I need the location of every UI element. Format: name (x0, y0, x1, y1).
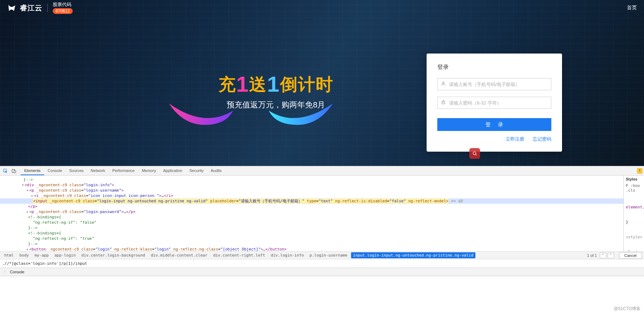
search-bar (0, 259, 644, 268)
console-tab-label[interactable]: Console (7, 269, 27, 275)
lock-icon (441, 100, 446, 106)
stock-info: 股票代码 870612 (53, 2, 73, 14)
dom-tree-line[interactable]: ▾<p _ngcontent-c9 class="login-username"… (0, 188, 623, 193)
devtools-tab-network[interactable]: Network (87, 167, 109, 175)
divider (47, 4, 48, 12)
devtools-tab-audits[interactable]: Audits (207, 167, 225, 175)
devtools-tab-memory[interactable]: Memory (138, 167, 160, 175)
breadcrumb-item[interactable]: my-app (32, 252, 51, 258)
breadcrumb-item[interactable]: div.content-right.left (211, 252, 267, 258)
dom-tree-line[interactable]: <!--bindings={ (0, 231, 623, 236)
xpath-search-input[interactable] (2, 261, 230, 266)
stock-label: 股票代码 (53, 2, 73, 7)
breadcrumb-item[interactable]: div.center.login-background (79, 252, 147, 258)
devtools-tab-elements[interactable]: Elements (21, 167, 44, 175)
breadcrumb-item[interactable]: div.login-info (269, 252, 306, 258)
devtools: ElementsConsoleSourcesNetworkPerformance… (0, 166, 644, 276)
promo-title: 充1送1倒计时 (218, 71, 334, 97)
nav-home-link[interactable]: 首页 (627, 5, 637, 11)
dom-tree-line[interactable]: <input _ngcontent-c9 class="login-input … (0, 198, 623, 204)
dom-tree-line[interactable]: }--> (0, 177, 623, 182)
styles-sidebar[interactable]: Styles F :hov .cls element.s } <style> .… (623, 176, 644, 251)
login-card: 登录 登录 立即注册 忘记密码 (427, 54, 562, 152)
person-icon (441, 81, 446, 87)
stock-code-badge: 870612 (53, 8, 73, 14)
dom-tree-line[interactable]: }--> (0, 241, 623, 247)
search-fab[interactable] (469, 148, 480, 159)
svg-point-0 (443, 82, 444, 84)
password-field (437, 97, 551, 109)
dom-tree-line[interactable]: }--> (0, 225, 623, 231)
dom-tree-line[interactable]: "ng-reflect-ng-if": "false" (0, 220, 623, 225)
logo[interactable]: 睿江云 (7, 3, 42, 13)
svg-rect-1 (442, 102, 445, 104)
breadcrumb-item[interactable]: input.login-input.ng-untouched.ng-pristi… (351, 252, 476, 258)
search-cancel-button[interactable]: Cancel (619, 252, 642, 259)
login-button[interactable]: 登录 (437, 118, 551, 131)
search-prev-icon[interactable]: ˄ (600, 253, 606, 258)
login-title: 登录 (437, 64, 551, 71)
breadcrumb-item[interactable]: html (2, 252, 16, 258)
password-input[interactable] (437, 97, 551, 109)
warning-icon[interactable] (637, 168, 643, 174)
breadcrumb-item[interactable]: p.login-username (308, 252, 350, 258)
devtools-tab-performance[interactable]: Performance (109, 167, 138, 175)
dom-tree-line[interactable]: </p> (0, 204, 623, 209)
breadcrumb-item[interactable]: body (17, 252, 31, 258)
breadcrumb-item[interactable]: div.middle-content.clear (149, 252, 210, 258)
username-input[interactable] (437, 78, 551, 90)
svg-point-2 (473, 152, 476, 155)
dom-tree-line[interactable]: <!--bindings={ (0, 214, 623, 220)
dom-tree-line[interactable]: ▸<i _ngcontent-c9 class="icon icon-input… (0, 193, 623, 198)
device-toggle-icon[interactable] (10, 167, 18, 174)
search-count: 1 of 1 (586, 253, 598, 258)
username-field (437, 78, 551, 90)
promo-subtitle: 预充值返万元，购两年免8月 (218, 100, 334, 110)
dom-tree-line[interactable]: ▾<div _ngcontent-c9 class="login-info"> (0, 182, 623, 188)
dom-tree-line[interactable]: ▸<button _ngcontent-c9 class="login" ng-… (0, 247, 623, 251)
devtools-tab-console[interactable]: Console (44, 167, 66, 175)
devtools-tab-security[interactable]: Security (186, 167, 207, 175)
styles-tab-label[interactable]: Styles (626, 177, 637, 181)
forgot-link[interactable]: 忘记密码 (533, 136, 551, 142)
devtools-tab-sources[interactable]: Sources (66, 167, 87, 175)
devtools-tabs: ElementsConsoleSourcesNetworkPerformance… (21, 167, 225, 175)
breadcrumb-bar: htmlbodymy-appapp-logindiv.center.login-… (0, 251, 644, 259)
dom-tree-line[interactable]: ▸<p _ngcontent-c9 class="login-password"… (0, 209, 623, 214)
breadcrumb-item[interactable]: app-login (52, 252, 78, 258)
devtools-toolbar: ElementsConsoleSourcesNetworkPerformance… (0, 166, 644, 176)
devtools-tab-application[interactable]: Application (160, 167, 186, 175)
brand-name: 睿江云 (20, 3, 42, 13)
page-banner: 睿江云 股票代码 870612 首页 充1送1倒计时 预充值返万元，购两年免8月… (0, 0, 644, 166)
promo-block: 充1送1倒计时 预充值返万元，购两年免8月 (218, 71, 334, 110)
register-link[interactable]: 立即注册 (506, 136, 524, 142)
elements-tree[interactable]: }--> ▾<div _ngcontent-c9 class="login-in… (0, 176, 623, 251)
drawer-toggle-icon[interactable]: ⋮ (2, 270, 7, 274)
search-next-icon[interactable]: ˅ (608, 253, 614, 258)
svg-line-3 (475, 154, 476, 155)
topbar: 睿江云 股票代码 870612 首页 (0, 0, 644, 16)
logo-mark-icon (7, 3, 17, 13)
inspect-element-icon[interactable] (1, 167, 9, 174)
svg-rect-6 (14, 170, 16, 173)
dom-tree-line[interactable]: "ng-reflect-ng-if": "true" (0, 236, 623, 241)
console-drawer[interactable]: ⋮ Console (0, 268, 644, 276)
